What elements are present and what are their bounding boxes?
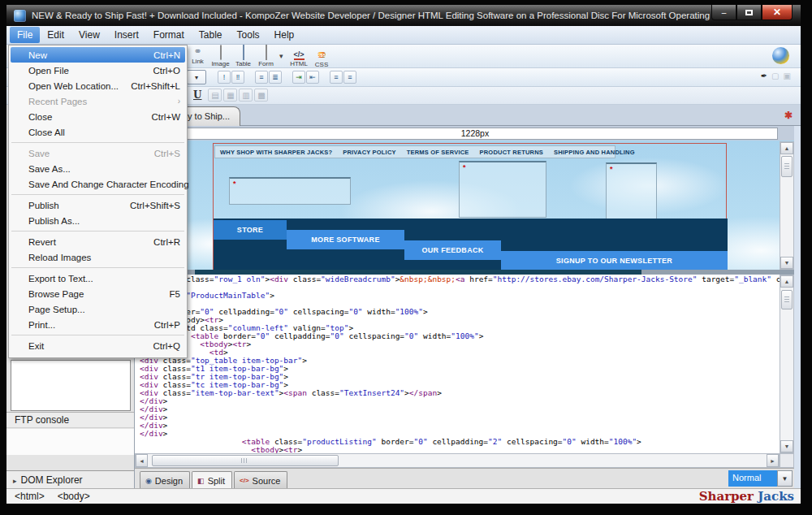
scroll-left-icon[interactable]: ◄	[136, 454, 148, 467]
signup-newsletter-button[interactable]: SIGNUP TO OUR NEWSLETTER	[501, 251, 728, 270]
menu-separator	[9, 265, 187, 270]
nav-link-returns[interactable]: PRODUCT RETURNS	[480, 149, 543, 156]
menu-item-publish-as[interactable]: Publish As...	[9, 213, 187, 228]
tab-split[interactable]: ◧ Split	[192, 471, 232, 489]
menu-tools[interactable]: Tools	[230, 27, 267, 43]
indent-button[interactable]: ⇥	[292, 71, 305, 84]
menu-item-open-web-location[interactable]: Open Web Location...Ctrl+Shift+L	[9, 78, 187, 93]
image-button[interactable]: Image	[209, 45, 231, 67]
menu-item-close[interactable]: CloseCtrl+W	[9, 109, 187, 124]
align-left-button[interactable]: ≡	[330, 71, 343, 84]
store-button[interactable]: STORE	[214, 220, 287, 240]
align-center-block-button[interactable]: ▦	[223, 89, 237, 102]
nav-link-shipping[interactable]: SHIPPING AND HANDLING	[554, 149, 635, 156]
status-body-tag[interactable]: <body>	[58, 491, 90, 502]
page-width-ruler: 1228px	[172, 128, 778, 140]
html-button[interactable]: </> HTML	[288, 45, 310, 67]
title-bar[interactable]: NEW & Ready to Ship Fast! + Download Inc…	[6, 5, 801, 26]
menu-edit[interactable]: Edit	[40, 27, 71, 43]
form-button[interactable]: Form	[255, 45, 277, 67]
ftp-console-header[interactable]: FTP console	[6, 412, 134, 428]
scroll-up-icon[interactable]: ▲	[780, 142, 793, 154]
code-line: td class="column-left" valign="top">	[140, 324, 780, 332]
scroll-right-icon[interactable]: ►	[767, 454, 779, 467]
paragraph-format-dropdown-icon[interactable]: ▼	[777, 470, 793, 487]
menu-format[interactable]: Format	[146, 27, 192, 43]
style-dropdown[interactable]: ▾	[187, 70, 206, 84]
form-field-box[interactable]: *	[459, 161, 546, 218]
close-tab-icon[interactable]: ✱	[784, 110, 793, 121]
nav-link-terms[interactable]: TERMS OF SERVICE	[407, 149, 469, 156]
nav-link-why-shop[interactable]: WHY SHOP WITH SHARPER JACKS?	[220, 149, 332, 156]
table-button[interactable]: Table	[232, 45, 254, 67]
menu-item-export-to-text[interactable]: Export to Text...	[9, 270, 187, 286]
status-bar: <html> <body> Sharper Jacks	[6, 488, 801, 504]
code-line: <table class="productListing" border="0"…	[140, 438, 780, 446]
menu-item-browse-page[interactable]: Browse PageF5	[9, 286, 187, 301]
dom-explorer-header[interactable]: ▸DOM Explorer	[6, 470, 134, 488]
menu-item-save-change-encoding[interactable]: Save And Change Character Encoding	[9, 176, 187, 192]
menu-item-close-all[interactable]: Close All	[9, 124, 187, 140]
align-left-block-button[interactable]: ▤	[208, 89, 222, 102]
scrollbar-thumb[interactable]	[781, 156, 793, 177]
menu-item-publish[interactable]: PublishCtrl+Shift+S	[9, 197, 187, 213]
pen-icon[interactable]: ✒	[761, 71, 767, 80]
source-view[interactable]: class="row_1 oln"><div class="wideBreadc…	[135, 275, 780, 453]
menu-item-revert[interactable]: RevertCtrl+R	[9, 234, 187, 249]
scroll-up-icon[interactable]: ▲	[780, 275, 793, 288]
menu-item-open-file[interactable]: Open FileCtrl+O	[9, 63, 187, 78]
shapes-icon[interactable]: ▣	[784, 71, 791, 80]
design-view[interactable]: WHY SHOP WITH SHARPER JACKS? PRIVACY POL…	[135, 141, 794, 270]
menu-item-print[interactable]: Print...Ctrl+P	[9, 317, 187, 332]
menu-item-exit[interactable]: ExitCtrl+Q	[9, 338, 187, 353]
link-button[interactable]: ⚭ Link	[187, 45, 209, 65]
code-line	[140, 283, 780, 292]
minimize-button[interactable]: –	[711, 5, 736, 20]
source-vertical-scrollbar[interactable]: ▲ ▼	[780, 275, 794, 453]
tab-source[interactable]: </> Source	[234, 471, 287, 489]
scrollbar-thumb[interactable]	[781, 290, 793, 309]
menu-file[interactable]: File	[10, 27, 40, 43]
menu-table[interactable]: Table	[192, 27, 230, 43]
scrollbar-thumb[interactable]	[152, 455, 339, 466]
our-feedback-button[interactable]: OUR FEEDBACK	[404, 240, 501, 260]
menu-item-new[interactable]: NewCtrl+N	[11, 47, 185, 63]
menu-item-reload-images[interactable]: Reload Images	[9, 249, 187, 265]
justify-block-button[interactable]: ▩	[254, 89, 268, 102]
form-field-box[interactable]: *	[229, 177, 351, 205]
design-vertical-scrollbar[interactable]: ▲ ▼	[780, 141, 794, 270]
css-button[interactable]: css CSS	[311, 45, 333, 68]
brand-logo: Sharper Jacks	[699, 489, 794, 504]
toolbar-dropdown-icon[interactable]: ▾	[279, 52, 283, 60]
numbered-list-button[interactable]: ≡	[255, 71, 268, 84]
close-button[interactable]: ✕	[762, 5, 793, 20]
bullet-list-button[interactable]: ≣	[269, 71, 282, 84]
page-footer-band: STORE MORE SOFTWARE OUR FEEDBACK SIGNUP …	[214, 219, 728, 270]
source-horizontal-scrollbar[interactable]: ◄ ►	[135, 453, 780, 468]
code-line: </div>	[140, 422, 780, 430]
paragraph-format-select[interactable]: Normal	[728, 470, 777, 487]
outdent-button[interactable]: ⇤	[306, 71, 319, 84]
emphasis-button[interactable]: !	[218, 71, 231, 84]
shape-icon[interactable]: ▢	[771, 71, 779, 80]
menu-item-save-as[interactable]: Save As...	[9, 161, 187, 176]
menu-insert[interactable]: Insert	[107, 27, 146, 43]
tab-design[interactable]: ◉ Design	[140, 471, 190, 489]
nav-link-privacy[interactable]: PRIVACY POLICY	[343, 149, 395, 156]
strong-emphasis-button[interactable]: ‼	[231, 71, 244, 84]
align-right-button[interactable]: ≡	[343, 71, 356, 84]
page-content-area: WHY SHOP WITH SHARPER JACKS? PRIVACY POL…	[213, 143, 727, 270]
scroll-down-icon[interactable]: ▼	[780, 440, 793, 452]
more-software-button[interactable]: MORE SOFTWARE	[287, 230, 404, 249]
align-right-block-button[interactable]: ▥	[239, 89, 253, 102]
window-controls: – ✕	[711, 5, 793, 20]
menu-item-page-setup[interactable]: Page Setup...	[9, 301, 187, 317]
menu-view[interactable]: View	[71, 27, 107, 43]
maximize-button[interactable]	[736, 5, 762, 20]
code-line	[140, 300, 780, 308]
menu-help[interactable]: Help	[267, 27, 302, 43]
table-icon	[243, 45, 244, 60]
status-html-tag[interactable]: <html>	[15, 491, 45, 502]
underline-button[interactable]: U	[190, 89, 208, 101]
scroll-down-icon[interactable]: ▼	[780, 257, 793, 269]
